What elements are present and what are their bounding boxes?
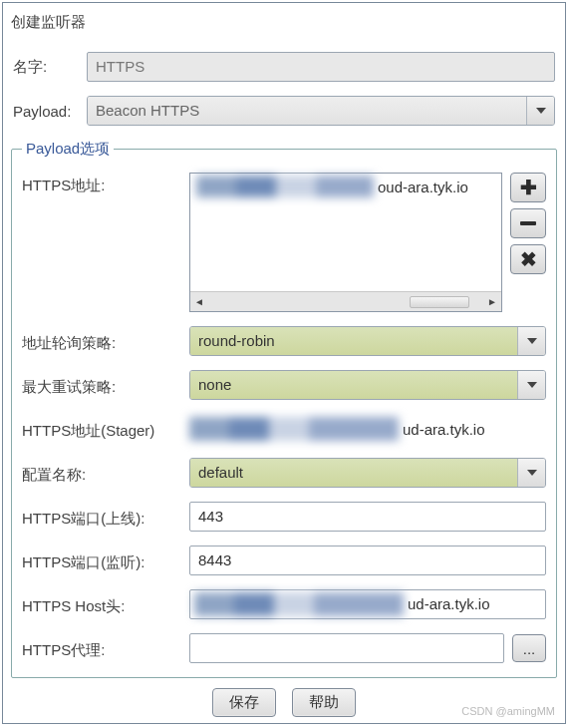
proxy-browse-button[interactable]: ... [512,634,546,662]
remove-button[interactable] [510,208,546,238]
https-addr-list[interactable]: oud-ara.tyk.io ◄ ► [189,173,502,312]
name-input[interactable]: HTTPS [87,52,555,82]
chevron-down-icon[interactable] [517,371,545,399]
payload-options-legend: Payload选项 [22,140,114,159]
rotation-select[interactable]: round-robin [189,326,546,356]
redacted-segment [196,176,374,197]
host-header-tail: ud-ara.tyk.io [408,595,490,613]
redacted-segment [194,592,404,616]
save-button[interactable]: 保存 [212,688,276,717]
retry-select[interactable]: none [189,370,546,400]
payload-label: Payload: [13,103,79,120]
scroll-track[interactable] [208,295,483,309]
horizontal-scrollbar[interactable]: ◄ ► [190,291,501,311]
close-icon: ✖ [520,249,537,269]
profile-label: 配置名称: [22,462,181,485]
scroll-thumb[interactable] [410,296,469,308]
port-listen-label: HTTPS端口(监听): [22,549,181,572]
retry-value: none [190,371,517,399]
add-button[interactable]: ✚ [510,173,546,202]
minus-icon [520,221,536,225]
https-addr-tail: oud-ara.tyk.io [378,179,468,195]
rotation-label: 地址轮询策略: [22,330,181,353]
dialog-title: 创建监听器 [3,3,565,50]
plus-icon: ✚ [520,178,537,197]
stager-tail: ud-ara.tyk.io [403,421,485,438]
profile-value: default [190,459,517,487]
retry-label: 最大重试策略: [22,374,181,397]
stager-field[interactable]: ud-ara.tyk.io [189,414,546,444]
redacted-segment [189,417,399,441]
chevron-down-icon[interactable] [517,459,545,487]
profile-select[interactable]: default [189,458,546,488]
watermark: CSDN @amingMM [461,705,555,717]
stager-label: HTTPS地址(Stager) [22,418,181,441]
help-button[interactable]: 帮助 [292,688,356,717]
chevron-down-icon[interactable] [526,97,554,125]
port-listen-input[interactable]: 8443 [189,546,546,575]
chevron-down-icon[interactable] [517,327,545,355]
clear-button[interactable]: ✖ [510,244,546,274]
payload-select-value: Beacon HTTPS [88,97,526,125]
payload-options-group: Payload选项 HTTPS地址: oud-ara.tyk.io ◄ [11,140,557,678]
payload-select[interactable]: Beacon HTTPS [87,96,555,126]
name-label: 名字: [13,58,79,77]
https-addr-label: HTTPS地址: [22,173,181,195]
scroll-right-icon[interactable]: ► [483,293,501,311]
proxy-label: HTTPS代理: [22,637,181,660]
port-online-label: HTTPS端口(上线): [22,506,181,529]
scroll-left-icon[interactable]: ◄ [190,293,208,311]
port-online-input[interactable]: 443 [189,502,546,532]
list-item[interactable]: oud-ara.tyk.io [190,174,501,199]
host-header-label: HTTPS Host头: [22,593,181,616]
proxy-input[interactable] [189,633,504,663]
host-header-input[interactable]: ud-ara.tyk.io [189,589,546,619]
rotation-value: round-robin [190,327,517,355]
